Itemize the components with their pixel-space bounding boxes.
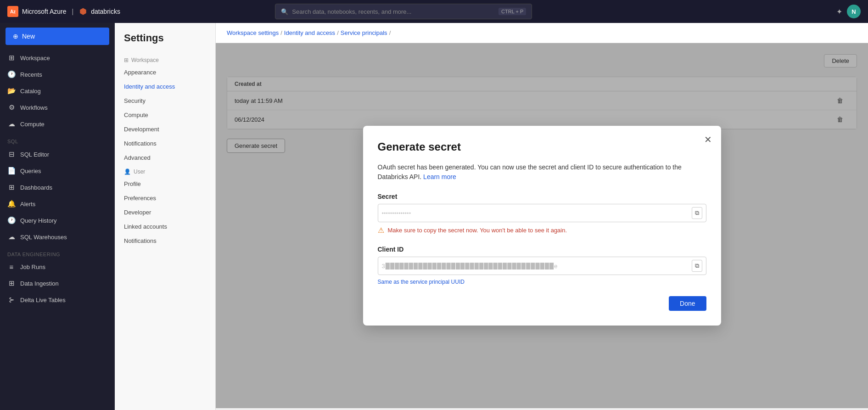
- de-section-label: Data Engineering: [0, 245, 115, 259]
- alerts-icon: 🔔: [7, 200, 16, 208]
- sidebar-item-alerts-label: Alerts: [20, 201, 35, 208]
- content-area: Settings ⊞ Workspace Appearance Identity…: [115, 23, 868, 410]
- sidebar-item-sql-editor-label: SQL Editor: [20, 151, 49, 158]
- sidebar-item-data-ingestion-label: Data Ingestion: [20, 280, 59, 287]
- sidebar-item-sql-warehouses-label: SQL Warehouses: [20, 234, 67, 241]
- settings-title: Settings: [115, 32, 215, 53]
- sidebar-item-catalog-label: Catalog: [20, 88, 41, 95]
- sidebar-item-recents[interactable]: 🕐 Recents: [0, 66, 115, 83]
- main-content: Workspace settings / Identity and access…: [216, 23, 868, 410]
- settings-nav-preferences[interactable]: Preferences: [115, 191, 215, 205]
- workspace-settings-icon: ⊞: [124, 57, 129, 63]
- sidebar-item-workflows-label: Workflows: [20, 104, 48, 111]
- settings-nav-notifications-ws[interactable]: Notifications: [115, 136, 215, 151]
- delta-live-tables-icon: ⊱: [7, 296, 16, 304]
- user-section-label: 👤 User: [115, 165, 215, 177]
- avatar[interactable]: N: [847, 5, 861, 18]
- topbar: Az Microsoft Azure | databricks 🔍 Search…: [0, 0, 868, 23]
- settings-nav-compute[interactable]: Compute: [115, 108, 215, 122]
- modal-overlay: Generate secret ✕ OAuth secret has been …: [216, 43, 868, 408]
- client-id-field-label: Client ID: [378, 246, 706, 253]
- queries-icon: 📄: [7, 167, 16, 175]
- breadcrumb-sep-1: /: [280, 29, 282, 36]
- sidebar-item-workflows[interactable]: ⚙ Workflows: [0, 99, 115, 116]
- breadcrumb-service-principals[interactable]: Service principals: [341, 29, 387, 36]
- breadcrumb-sep-3: /: [389, 29, 391, 36]
- breadcrumb-workspace-settings[interactable]: Workspace settings: [227, 29, 279, 36]
- sidebar-item-sql-editor[interactable]: ⊟ SQL Editor: [0, 146, 115, 163]
- settings-nav-profile[interactable]: Profile: [115, 177, 215, 191]
- sidebar-item-queries[interactable]: 📄 Queries: [0, 163, 115, 179]
- new-button[interactable]: ⊕ New: [6, 28, 109, 45]
- settings-nav-security[interactable]: Security: [115, 94, 215, 108]
- dashboards-icon: ⊞: [7, 183, 16, 191]
- sidebar-item-delta-live-tables[interactable]: ⊱ Delta Live Tables: [0, 292, 115, 308]
- sparkle-icon[interactable]: ✦: [836, 7, 842, 16]
- secret-field-label: Secret: [378, 193, 706, 200]
- brand-azure: Microsoft Azure: [22, 8, 66, 15]
- azure-logo: Az: [7, 6, 18, 17]
- content-with-overlay: Delete Created at today at 11:59 AM 🗑: [216, 43, 868, 408]
- workspace-icon: ⊞: [7, 54, 16, 62]
- plus-icon: ⊕: [13, 33, 18, 40]
- learn-more-link[interactable]: Learn more: [423, 173, 456, 180]
- settings-nav-notifications-user[interactable]: Notifications: [115, 234, 215, 248]
- sidebar-item-job-runs[interactable]: ≡ Job Runs: [0, 259, 115, 275]
- sidebar-item-sql-warehouses[interactable]: ☁ SQL Warehouses: [0, 229, 115, 245]
- sidebar-item-workspace[interactable]: ⊞ Workspace: [0, 50, 115, 66]
- settings-nav-appearance[interactable]: Appearance: [115, 65, 215, 79]
- search-bar[interactable]: 🔍 Search data, notebooks, recents, and m…: [275, 4, 532, 19]
- warning-icon: ⚠: [378, 226, 384, 235]
- generate-secret-modal: Generate secret ✕ OAuth secret has been …: [363, 126, 721, 326]
- brand: Az Microsoft Azure | databricks: [7, 6, 120, 17]
- client-id-input-row: ⧉: [378, 257, 706, 275]
- data-ingestion-icon: ⊞: [7, 279, 16, 287]
- sidebar-item-job-runs-label: Job Runs: [20, 264, 45, 270]
- client-id-input[interactable]: [382, 263, 692, 270]
- user-section-icon: 👤: [124, 168, 131, 175]
- modal-close-button[interactable]: ✕: [704, 135, 712, 144]
- copy-client-id-button[interactable]: ⧉: [692, 260, 702, 272]
- client-id-hint: Same as the service principal UUID: [378, 279, 706, 285]
- search-shortcut: CTRL + P: [498, 8, 526, 15]
- settings-nav-linked-accounts[interactable]: Linked accounts: [115, 219, 215, 234]
- breadcrumb-identity-access[interactable]: Identity and access: [284, 29, 335, 36]
- sql-warehouses-icon: ☁: [7, 233, 16, 241]
- settings-nav-development[interactable]: Development: [115, 122, 215, 136]
- sidebar: ⊕ New ⊞ Workspace 🕐 Recents 📂 Catalog ⚙ …: [0, 23, 115, 410]
- sidebar-item-data-ingestion[interactable]: ⊞ Data Ingestion: [0, 275, 115, 292]
- sidebar-item-workspace-label: Workspace: [20, 55, 50, 62]
- sidebar-item-query-history-label: Query History: [20, 217, 56, 224]
- warning-text: ⚠ Make sure to copy the secret now. You …: [378, 226, 706, 235]
- sidebar-item-alerts[interactable]: 🔔 Alerts: [0, 196, 115, 212]
- sidebar-item-compute-label: Compute: [20, 121, 45, 128]
- sidebar-item-catalog[interactable]: 📂 Catalog: [0, 83, 115, 99]
- brand-databricks: databricks: [91, 8, 120, 15]
- copy-secret-button[interactable]: ⧉: [692, 207, 702, 219]
- topbar-right: ✦ N: [836, 5, 861, 18]
- search-icon: 🔍: [281, 8, 288, 15]
- breadcrumb: Workspace settings / Identity and access…: [216, 23, 868, 43]
- sidebar-item-dashboards-label: Dashboards: [20, 184, 52, 191]
- query-history-icon: 🕐: [7, 216, 16, 225]
- sidebar-item-query-history[interactable]: 🕐 Query History: [0, 212, 115, 229]
- modal-footer: Done: [378, 296, 706, 311]
- settings-nav-advanced[interactable]: Advanced: [115, 151, 215, 165]
- recents-icon: 🕐: [7, 70, 16, 79]
- modal-description: OAuth secret has been generated. You can…: [378, 163, 706, 182]
- workflows-icon: ⚙: [7, 103, 16, 112]
- catalog-icon: 📂: [7, 87, 16, 95]
- databricks-logo-icon: [79, 7, 87, 16]
- secret-input[interactable]: [382, 210, 692, 217]
- modal-title: Generate secret: [378, 140, 706, 153]
- sidebar-item-compute[interactable]: ☁ Compute: [0, 116, 115, 132]
- job-runs-icon: ≡: [7, 263, 16, 271]
- settings-panel: Settings ⊞ Workspace Appearance Identity…: [115, 23, 216, 410]
- settings-nav-identity[interactable]: Identity and access: [115, 79, 215, 94]
- done-button[interactable]: Done: [669, 296, 706, 311]
- compute-icon: ☁: [7, 120, 16, 128]
- settings-nav-developer[interactable]: Developer: [115, 205, 215, 219]
- main-layout: ⊕ New ⊞ Workspace 🕐 Recents 📂 Catalog ⚙ …: [0, 23, 868, 410]
- sidebar-item-dashboards[interactable]: ⊞ Dashboards: [0, 179, 115, 196]
- breadcrumb-sep-2: /: [337, 29, 339, 36]
